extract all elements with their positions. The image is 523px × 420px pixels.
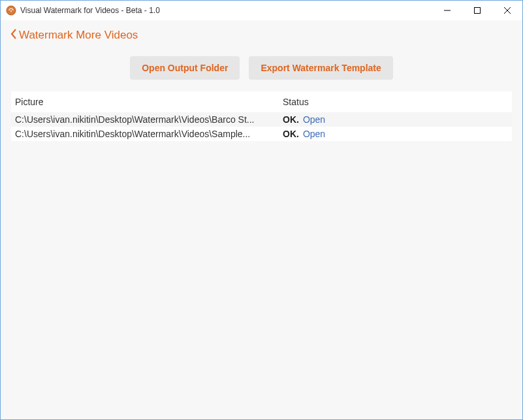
window-titlebar: Visual Watermark for Videos - Beta - 1.0	[1, 1, 522, 20]
header-status: Status	[279, 97, 512, 107]
back-nav-label: Watermark More Videos	[19, 29, 138, 42]
window-title: Visual Watermark for Videos - Beta - 1.0	[20, 6, 160, 15]
cell-status: OK.Open	[279, 129, 512, 139]
window-controls	[432, 1, 522, 20]
status-text: OK.	[283, 129, 299, 139]
export-template-button[interactable]: Export Watermark Template	[249, 56, 392, 80]
table-row: C:\Users\ivan.nikitin\Desktop\Watermark\…	[11, 112, 512, 127]
table-header: Picture Status	[11, 91, 512, 112]
table-body: C:\Users\ivan.nikitin\Desktop\Watermark\…	[11, 112, 512, 141]
cell-picture: C:\Users\ivan.nikitin\Desktop\Watermark\…	[11, 129, 279, 139]
open-link[interactable]: Open	[303, 129, 325, 139]
minimize-button[interactable]	[432, 1, 462, 20]
open-link[interactable]: Open	[303, 114, 325, 125]
content-area: Open Output Folder Export Watermark Temp…	[1, 51, 522, 141]
svg-rect-1	[10, 10, 11, 12]
app-body: Watermark More Videos Open Output Folder…	[1, 20, 522, 419]
header-picture: Picture	[11, 97, 279, 107]
table-row: C:\Users\ivan.nikitin\Desktop\Watermark\…	[11, 127, 512, 141]
close-button[interactable]	[492, 1, 522, 20]
svg-rect-3	[475, 8, 481, 14]
cell-status: OK.Open	[279, 114, 512, 125]
status-text: OK.	[283, 114, 299, 125]
button-row: Open Output Folder Export Watermark Temp…	[11, 51, 512, 91]
maximize-button[interactable]	[462, 1, 492, 20]
back-nav[interactable]: Watermark More Videos	[1, 20, 522, 51]
results-table: Picture Status C:\Users\ivan.nikitin\Des…	[11, 91, 512, 141]
chevron-left-icon	[10, 28, 18, 42]
app-icon	[6, 5, 16, 16]
open-output-folder-button[interactable]: Open Output Folder	[130, 56, 240, 80]
cell-picture: C:\Users\ivan.nikitin\Desktop\Watermark\…	[11, 114, 279, 125]
